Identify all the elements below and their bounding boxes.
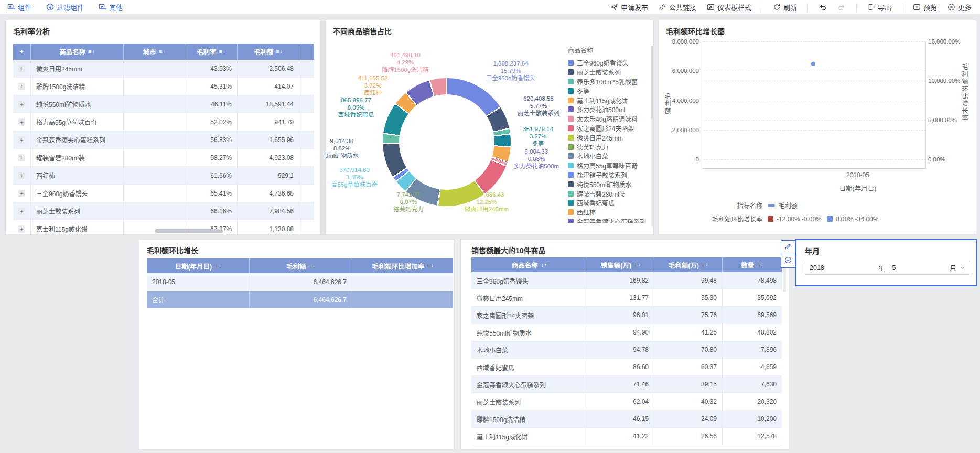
more-button[interactable]: 更多: [947, 2, 972, 12]
table-row[interactable]: 金冠森香颂夹心蛋糕系列71.4639.157,630: [471, 376, 782, 393]
column-header[interactable]: 日期(年月日)≡↑: [147, 258, 250, 273]
column-header[interactable]: 数量≡↕: [723, 257, 782, 272]
refresh-button[interactable]: 刷新: [773, 2, 797, 12]
y-right-tick-label: 15,000.00%: [928, 38, 960, 45]
yearmonth-picker[interactable]: 2018 年 5 月: [805, 261, 970, 275]
sort-icon[interactable]: ≡↑: [88, 49, 94, 55]
legend-item[interactable]: 西域香妃蜜瓜: [568, 198, 651, 208]
export-button[interactable]: 导出: [867, 2, 891, 12]
expand-row-button[interactable]: +: [18, 225, 25, 233]
column-header[interactable]: 毛利额≡↕: [250, 258, 352, 273]
expand-row-button[interactable]: +: [18, 208, 25, 215]
legend-item[interactable]: 丽芝士散装系列: [568, 68, 651, 77]
table-row[interactable]: +三全960g奶香馒头65.41%4,736.68: [13, 185, 314, 202]
chevron-down-icon[interactable]: [960, 265, 965, 271]
expand-row-button[interactable]: +: [18, 172, 25, 179]
table-row[interactable]: +雕牌1500g洗洁精45.31%414.07: [13, 78, 314, 95]
column-header[interactable]: 毛利额≡↕: [238, 44, 299, 60]
table-row[interactable]: 纯悦550ml矿物质水94.9041.2548,802: [471, 324, 782, 341]
table-row[interactable]: +纯悦550ml矿物质水46.11%18,591.44: [13, 95, 314, 113]
table-row[interactable]: +西红柿61.66%929.1: [13, 167, 314, 185]
column-header[interactable]: 毛利率≡↑: [185, 44, 238, 60]
redo-button[interactable]: [837, 3, 846, 12]
sort-icon[interactable]: ↓▾: [541, 262, 547, 268]
panel-top10-products: 销售额最大的10件商品 商品名称↓▾销售额(万)≡↓毛利额(万)≡↕数量≡↕三全…: [460, 239, 789, 450]
table-row[interactable]: +罐装雪碧280ml装58.27%4,923.08: [13, 149, 314, 167]
sort-icon[interactable]: ≡↕: [757, 262, 763, 268]
column-header[interactable]: 毛利额环比增加率≡↕: [352, 258, 453, 273]
collapse-widget-button[interactable]: [781, 254, 795, 268]
legend-item[interactable]: 多力葵花油500ml: [568, 105, 651, 114]
sort-icon[interactable]: ≡↕: [309, 263, 315, 269]
range-positive-label[interactable]: 0.00%~34.00%: [836, 215, 879, 223]
vertical-scrollbar[interactable]: [783, 265, 786, 292]
legend-item[interactable]: 养乐多100ml*5乳酸菌: [568, 77, 651, 87]
table-row[interactable]: +金冠森香颂夹心蛋糕系列56.83%1,655.96: [13, 131, 314, 149]
sort-icon[interactable]: ≡↕: [276, 49, 283, 55]
column-header[interactable]: 城市≡↑: [124, 44, 185, 60]
table-row[interactable]: 西域香妃蜜瓜86.6060.374,659: [471, 359, 782, 376]
expand-row-button[interactable]: +: [18, 154, 25, 161]
legend-item[interactable]: 嘉士利115g威化饼: [568, 95, 651, 105]
table-row[interactable]: 本地小白菜94.7870.807,896: [471, 341, 782, 359]
expand-row-button[interactable]: +: [18, 118, 25, 126]
table-row[interactable]: 丽芝士散装系列62.0440.3220,320: [471, 393, 782, 411]
table-row[interactable]: +丽芝士散装系列66.16%7,984.56: [13, 202, 314, 220]
column-header[interactable]: 商品名称↓▾: [471, 257, 587, 272]
legend-item[interactable]: 罐装雪碧280ml装: [568, 189, 651, 198]
legend-item[interactable]: 本地小白菜: [568, 152, 651, 161]
legend-item[interactable]: 德芙巧克力: [568, 142, 651, 152]
table-row[interactable]: 嘉士利115g威化饼41.2226.5612,578: [471, 428, 782, 445]
table-row[interactable]: 微爽日用245mm131.7755.3035,092: [471, 289, 782, 307]
expand-row-button[interactable]: +: [18, 65, 25, 72]
table-row[interactable]: 三全960g奶香馒头169.8299.4878,498: [471, 272, 782, 289]
expand-row-button[interactable]: +: [18, 101, 25, 108]
components-button[interactable]: 组件: [7, 2, 31, 12]
preview-button[interactable]: 预览: [913, 2, 937, 12]
expand-row-button[interactable]: +: [18, 136, 25, 144]
horizontal-scrollbar[interactable]: [155, 229, 223, 233]
legend-item[interactable]: 盐津铺子散装系列: [568, 170, 651, 180]
table-row[interactable]: +格力高55g草莓味百奇52.02%941.79: [13, 113, 314, 131]
sort-icon[interactable]: ≡↑: [159, 49, 165, 55]
year-value[interactable]: 2018: [810, 264, 824, 272]
legend-scrollbar-thumb[interactable]: [651, 46, 653, 119]
legend-item[interactable]: 冬笋: [568, 86, 651, 95]
sort-icon[interactable]: ≡↑: [219, 49, 225, 55]
column-header[interactable]: 毛利额(万)≡↕: [654, 257, 723, 272]
sort-icon[interactable]: ≡↕: [427, 263, 433, 269]
sort-icon[interactable]: ≡↑: [214, 263, 221, 269]
sort-icon[interactable]: ≡↕: [702, 262, 708, 268]
table-total-row[interactable]: 合计6,464,626.7: [147, 291, 453, 308]
scatter-data-point[interactable]: [811, 62, 815, 66]
month-value[interactable]: 5: [892, 264, 896, 272]
table-row[interactable]: 2018-056,464,626.7: [147, 273, 453, 291]
column-header[interactable]: 商品名称≡↑: [31, 44, 124, 60]
undo-button[interactable]: [819, 3, 827, 12]
series-name[interactable]: 毛利额: [779, 201, 798, 210]
table-row[interactable]: 家之寓圆形24夹晒架96.0175.7669,569: [471, 307, 782, 324]
public-link-button[interactable]: 公共链接: [659, 2, 696, 12]
legend-item[interactable]: 三全960g奶香馒头: [568, 58, 651, 68]
legend-item[interactable]: 纯悦550ml矿物质水: [568, 179, 651, 189]
table-row[interactable]: +微爽日用245mm43.53%2,506.48: [13, 60, 314, 78]
column-header[interactable]: +: [13, 44, 31, 60]
expand-row-button[interactable]: +: [18, 190, 25, 197]
legend-item[interactable]: 微爽日用245mm: [568, 133, 651, 142]
others-button[interactable]: 其他: [99, 2, 123, 12]
range-negative-label[interactable]: -12.00%~0.00%: [777, 215, 822, 223]
legend-item[interactable]: 西红柿: [568, 208, 651, 217]
table-cell: 94.90: [587, 324, 654, 341]
expand-row-button[interactable]: +: [18, 83, 25, 90]
legend-item[interactable]: 金冠森香颂夹心蛋糕系列: [568, 217, 651, 223]
legend-item[interactable]: 格力高55g草莓味百奇: [568, 161, 651, 170]
legend-item[interactable]: 太太乐40g鸡精调味料: [568, 114, 651, 124]
legend-item[interactable]: 家之寓圆形24夹晒架: [568, 124, 651, 133]
sort-icon[interactable]: ≡↓: [634, 262, 640, 268]
publish-button[interactable]: 申请发布: [610, 2, 648, 12]
column-header[interactable]: 销售额(万)≡↓: [587, 257, 654, 272]
edit-widget-button[interactable]: [781, 240, 795, 254]
table-row[interactable]: 雕牌1500g洗洁精46.1524.0910,200: [471, 411, 782, 428]
filter-components-button[interactable]: 过滤组件: [46, 2, 84, 12]
dashboard-style-button[interactable]: 仪表板样式: [707, 2, 751, 12]
